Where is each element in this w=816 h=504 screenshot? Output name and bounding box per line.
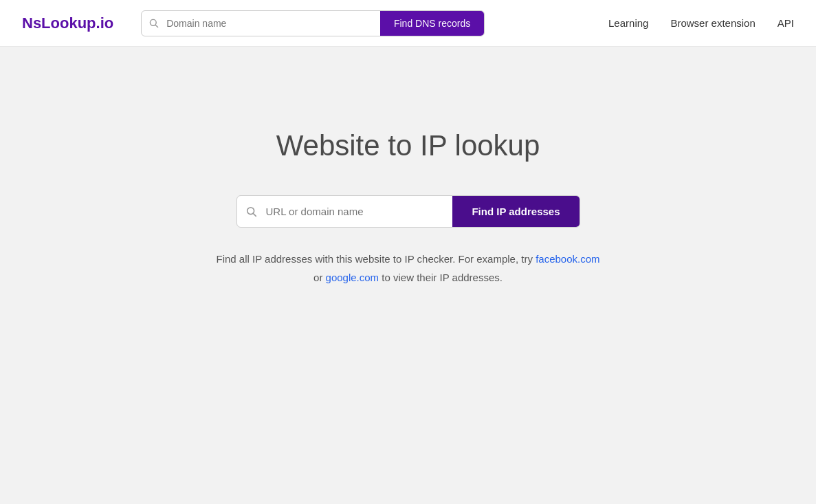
nav-link-learning[interactable]: Learning [608, 17, 648, 29]
facebook-link[interactable]: facebook.com [536, 253, 599, 265]
header-domain-input[interactable] [166, 11, 380, 36]
header-search-form: Find DNS records [141, 10, 485, 36]
description-text-middle: or [313, 272, 326, 283]
description-text-before: Find all IP addresses with this website … [216, 253, 532, 265]
header-nav: Learning Browser extension API [608, 17, 794, 29]
nav-link-api[interactable]: API [778, 17, 794, 29]
main-search-form: Find IP addresses [236, 195, 580, 228]
main-search-icon-wrap [237, 206, 266, 218]
svg-line-1 [155, 25, 157, 27]
main-search-icon [245, 206, 258, 218]
page-title: Website to IP lookup [276, 129, 540, 162]
nav-link-browser-extension[interactable]: Browser extension [670, 17, 755, 29]
header: NsLookup.io Find DNS records Learning Br… [0, 0, 816, 47]
logo[interactable]: NsLookup.io [22, 14, 113, 32]
header-search-icon-wrap [142, 18, 166, 29]
description-text-after: to view their IP addresses. [379, 272, 503, 283]
find-ip-button[interactable]: Find IP addresses [452, 196, 579, 227]
description-text: Find all IP addresses with this website … [216, 250, 601, 287]
svg-line-3 [253, 213, 256, 216]
google-link[interactable]: google.com [326, 272, 379, 283]
header-find-dns-button[interactable]: Find DNS records [380, 11, 484, 36]
main-content: Website to IP lookup Find IP addresses F… [0, 47, 816, 328]
main-url-input[interactable] [266, 196, 453, 227]
search-icon [148, 18, 159, 29]
